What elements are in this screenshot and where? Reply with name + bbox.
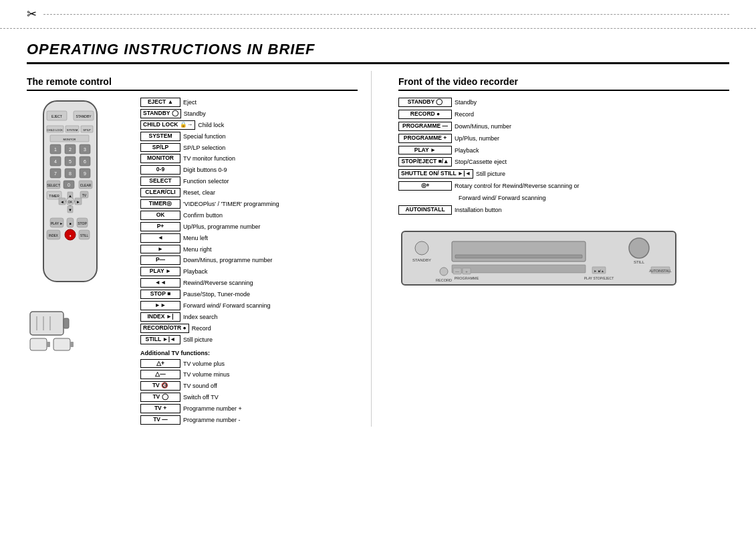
btn-label: ►► xyxy=(140,301,180,310)
svg-text:STILL: STILL xyxy=(634,260,645,264)
btn-label: P+ xyxy=(140,222,180,231)
recorder-item: AUTOINSTALLInstallation button xyxy=(398,205,729,215)
svg-point-75 xyxy=(415,241,428,255)
btn-desc: Menu right xyxy=(183,245,212,254)
rec-desc: Record xyxy=(455,110,474,119)
svg-text:3: 3 xyxy=(84,147,86,152)
svg-text:7: 7 xyxy=(54,171,57,176)
recorder-item: ◎+Rotary control for Rewind/Reverse scan… xyxy=(398,181,729,191)
svg-text:SP/LP: SP/LP xyxy=(83,128,91,132)
tv-btn-label: TV ◯ xyxy=(140,393,180,402)
front-panel-illustration: STANDBY STILL RECORD — + PROGRAMME xyxy=(398,225,729,293)
recorder-item: SHUTTLE ON/ STILL ►|◄Still picture xyxy=(398,169,729,179)
rec-label: PROGRAMME + xyxy=(398,134,452,143)
svg-text:5: 5 xyxy=(69,159,72,164)
recorder-item: STOP/EJECT ■/▲Stop/Cassette eject xyxy=(398,157,729,167)
svg-rect-70 xyxy=(30,338,47,350)
rec-label: STOP/EJECT ■/▲ xyxy=(398,157,452,167)
rec-desc: Standby xyxy=(455,98,477,107)
btn-desc: Reset, clear xyxy=(183,188,215,197)
remote-control-drawing: EJECT STANDBY CHILD LOCK SYSTEM SP/LP MO… xyxy=(27,98,114,305)
btn-desc: Eject xyxy=(183,98,197,107)
scissors-icon: ✂ xyxy=(27,7,37,21)
btn-desc: Rewind/Reverse scanning xyxy=(183,278,253,288)
tv-function-item: TV ◯Switch off TV xyxy=(140,393,358,402)
button-list-item: TIMER◎'VIDEOPlus' / 'TIMER' programming xyxy=(140,199,358,209)
btn-desc: Record xyxy=(192,324,211,333)
svg-text:OK: OK xyxy=(68,200,73,204)
btn-desc: Down/Minus, programme number xyxy=(183,255,273,265)
svg-text:INDEX: INDEX xyxy=(49,234,58,237)
button-list-item: ►Menu right xyxy=(140,245,358,254)
rec-desc: Stop/Cassette eject xyxy=(455,157,507,167)
recorder-item: PROGRAMME —Down/Minus, number xyxy=(398,122,729,131)
button-list-item: SELECTFunction selector xyxy=(140,177,358,186)
tv-btn-desc: TV volume plus xyxy=(183,359,225,368)
button-list-item: P+Up/Plus, programme number xyxy=(140,222,358,231)
recorder-item: Forward wind/ Forward scanning xyxy=(398,193,729,203)
svg-rect-79 xyxy=(452,265,586,273)
svg-text:STILL: STILL xyxy=(80,234,89,237)
button-list-item: PLAY ►Playback xyxy=(140,267,358,276)
svg-text:6: 6 xyxy=(84,159,86,164)
svg-text:►: ► xyxy=(76,200,80,204)
btn-desc: Still picture xyxy=(183,335,213,344)
button-list-item: MONITORTV monitor function xyxy=(140,154,358,163)
svg-rect-65 xyxy=(30,312,64,335)
svg-rect-78 xyxy=(455,255,582,258)
svg-point-80 xyxy=(629,238,649,258)
rec-label: ◎+ xyxy=(398,181,452,191)
left-column: The remote control EJECT STANDBY CHILD L… xyxy=(27,71,372,427)
left-section-header: The remote control xyxy=(27,71,358,91)
svg-text:RECORD: RECORD xyxy=(436,278,452,282)
tv-function-item: △+TV volume plus xyxy=(140,359,358,368)
btn-desc: Confirm button xyxy=(183,211,223,220)
svg-text:2: 2 xyxy=(69,147,72,152)
tv-btn-desc: Switch off TV xyxy=(183,393,219,402)
button-list-item: RECORD/OTR ●Record xyxy=(140,324,358,333)
tv-btn-label: △— xyxy=(140,370,180,379)
button-list-item: ◄Menu left xyxy=(140,233,358,243)
tv-btn-label: TV — xyxy=(140,415,180,425)
svg-point-82 xyxy=(440,268,448,276)
button-list-item: INDEX ►|Index search xyxy=(140,312,358,322)
btn-label: ◄ xyxy=(140,233,180,243)
button-list-item: OKConfirm button xyxy=(140,211,358,220)
btn-label: STANDBY ◯ xyxy=(140,109,181,118)
btn-label: PLAY ► xyxy=(140,267,180,276)
svg-text:AUTOINSTALL: AUTOINSTALL xyxy=(649,269,672,273)
btn-label: CHILD LOCK 🔒→ xyxy=(140,120,195,130)
svg-text:TIMER: TIMER xyxy=(49,194,59,198)
button-list-item: STOP ■Pause/Stop, Tuner-mode xyxy=(140,290,358,299)
btn-desc: Digit buttons 0-9 xyxy=(183,165,227,175)
btn-desc: Pause/Stop, Tuner-mode xyxy=(183,290,250,299)
button-list-item: SYSTEMSpecial function xyxy=(140,132,358,141)
svg-rect-73 xyxy=(70,342,74,347)
tv-btn-desc: TV volume minus xyxy=(183,370,230,379)
btn-desc: Playback xyxy=(183,267,208,276)
right-section-header: Front of the video recorder xyxy=(398,71,729,91)
btn-label: EJECT ▲ xyxy=(140,98,180,107)
rec-label: AUTOINSTALL xyxy=(398,205,452,215)
button-list-item: 0-9Digit buttons 0-9 xyxy=(140,165,358,175)
btn-desc: Menu left xyxy=(183,233,208,243)
btn-desc: Function selector xyxy=(183,177,229,186)
svg-text:STOP: STOP xyxy=(78,221,87,225)
btn-label: INDEX ►| xyxy=(140,312,180,322)
btn-label: STILL ►|◄ xyxy=(140,335,180,344)
recorder-item: STANDBY ◯Standby xyxy=(398,98,729,107)
btn-desc: TV monitor function xyxy=(183,154,235,163)
svg-text:9: 9 xyxy=(84,171,86,176)
btn-desc: Special function xyxy=(183,132,226,141)
button-list-item: CLEAR/CLIReset, clear xyxy=(140,188,358,197)
rec-desc: Still picture xyxy=(476,169,505,179)
cut-dashes xyxy=(43,14,729,15)
svg-text:PROGRAMME: PROGRAMME xyxy=(455,276,479,280)
svg-text:► ■/▲: ► ■/▲ xyxy=(594,269,604,273)
button-list-item: ►►Forward wind/ Forward scanning xyxy=(140,301,358,310)
btn-label: P— xyxy=(140,255,180,265)
svg-rect-66 xyxy=(64,318,69,328)
svg-rect-71 xyxy=(47,342,50,347)
btn-desc: Up/Plus, programme number xyxy=(183,222,261,231)
btn-label: RECORD/OTR ● xyxy=(140,324,189,333)
